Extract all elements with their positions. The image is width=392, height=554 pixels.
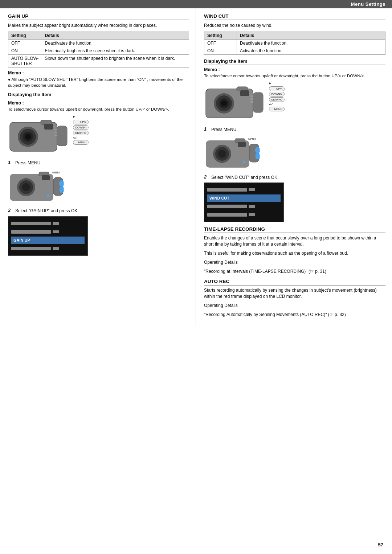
menu-bar xyxy=(207,188,247,192)
gain-up-desc: Makes the subject appear bright automati… xyxy=(8,22,189,29)
displaying-title-right: Displaying the Item xyxy=(204,58,385,65)
svg-rect-32 xyxy=(250,95,253,97)
displaying-item-section-right: Displaying the Item Memo : To select/mov… xyxy=(204,58,385,222)
table-cell-setting: ON xyxy=(204,47,237,54)
menu-row xyxy=(207,203,281,210)
menu-bar xyxy=(11,222,51,225)
svg-point-45 xyxy=(243,161,245,163)
menu-highlight-label-wind: WIND CUT xyxy=(209,196,229,200)
page-number: 57 xyxy=(378,542,383,547)
table-cell-setting: OFF xyxy=(8,39,42,47)
svg-point-15 xyxy=(22,183,30,191)
wind-cut-table: Setting Details OFF Deactivates the func… xyxy=(204,32,385,55)
down-button-label-r: DOWN/> xyxy=(269,92,285,97)
camera-hand-svg-right: MENU xyxy=(204,135,262,171)
step-1-left: 1 Press MENU. xyxy=(8,160,189,166)
ok-button-label: OK/INFO xyxy=(73,131,89,135)
menu-bar xyxy=(207,205,247,208)
svg-rect-9 xyxy=(54,129,57,130)
menu-bar-small xyxy=(249,213,255,216)
svg-rect-33 xyxy=(250,98,253,100)
time-lapse-title: TIME-LAPSE RECORDING xyxy=(204,226,385,233)
menu-bar xyxy=(11,230,51,234)
displaying-item-section-left: Displaying the Item Memo : To select/mov… xyxy=(8,92,189,256)
camera-hand-right: MENU xyxy=(204,135,385,171)
svg-point-38 xyxy=(218,150,226,158)
step-2-left: 2 Select "GAIN UP" and press OK. xyxy=(8,208,189,214)
camera-svg-left xyxy=(8,115,72,157)
svg-point-28 xyxy=(221,100,227,106)
page-wrapper: Menu Settings GAIN UP Makes the subject … xyxy=(0,0,392,554)
menu-screen-left: GAIN UP xyxy=(8,216,88,256)
svg-rect-30 xyxy=(240,90,249,96)
time-lapse-desc2: This is useful for making observations s… xyxy=(204,250,385,257)
menu-bar-small xyxy=(249,188,255,191)
menu-row xyxy=(11,228,85,235)
menu-button-label: MENU xyxy=(73,140,89,145)
svg-point-43 xyxy=(255,147,260,153)
svg-rect-40 xyxy=(238,142,246,147)
time-lapse-desc4: "Recording at Intervals (TIME-LAPSE RECO… xyxy=(204,268,385,275)
time-lapse-section: TIME-LAPSE RECORDING Enables the changes… xyxy=(204,226,385,274)
gain-up-section: GAIN UP Makes the subject appear bright … xyxy=(8,13,189,88)
menu-highlight-label: GAIN UP xyxy=(13,238,30,242)
camera-hand-svg-left: MENU xyxy=(8,168,66,205)
menu-bar xyxy=(207,213,247,217)
up-button-label: UP/< xyxy=(73,120,89,124)
svg-rect-21 xyxy=(60,187,64,193)
step-1-right: 1 Press MENU. xyxy=(204,126,385,133)
menu-row xyxy=(207,186,281,193)
camera-svg-right xyxy=(204,82,268,123)
auto-rec-section: AUTO REC Starts recording automatically … xyxy=(204,279,385,317)
step-1-text-left: Press MENU. xyxy=(15,160,42,166)
right-column: WIND CUT Reduces the noise caused by win… xyxy=(196,8,392,326)
memo-sub-left: Memo : xyxy=(8,100,189,106)
menu-bar-small xyxy=(53,222,59,225)
memo-text-right: To select/move cursor towards up/left or… xyxy=(204,73,385,79)
menu-row-highlight: GAIN UP xyxy=(11,237,85,244)
step-2-text-right: Select "WIND CUT" and press OK. xyxy=(211,174,278,181)
menu-row xyxy=(11,220,85,227)
step-2-text-left: Select "GAIN UP" and press OK. xyxy=(15,208,79,214)
table-cell-details: Deactivates the function. xyxy=(42,39,189,47)
svg-point-5 xyxy=(25,134,31,140)
table-row: ON Activates the function. xyxy=(204,47,385,54)
table-row: OFF Deactivates the function. xyxy=(8,39,189,47)
table-row: ON Electrically brightens the scene when… xyxy=(8,47,189,54)
camera-side-buttons-right: ▶ UP/< DOWN/> OK/INFO AV MENU xyxy=(269,82,285,111)
svg-rect-17 xyxy=(42,175,50,180)
svg-rect-31 xyxy=(253,93,263,112)
svg-text:MENU: MENU xyxy=(248,138,256,140)
table-row: AUTO SLOW-SHUTTER Slows down the shutter… xyxy=(8,54,189,67)
displaying-title-left: Displaying the Item xyxy=(8,92,189,98)
wind-cut-title: WIND CUT xyxy=(204,13,385,20)
svg-rect-7 xyxy=(44,124,53,130)
memo-title: Memo : xyxy=(8,70,189,75)
table-cell-setting: AUTO SLOW-SHUTTER xyxy=(8,54,42,67)
table-cell-details: Slows down the shutter speed to brighten… xyxy=(42,54,189,67)
menu-bar-small xyxy=(53,247,59,250)
time-lapse-desc3: Operating Details xyxy=(204,259,385,266)
wind-cut-desc: Reduces the noise caused by wind. xyxy=(204,22,385,29)
wind-cut-section: WIND CUT Reduces the noise caused by win… xyxy=(204,13,385,55)
svg-rect-44 xyxy=(256,153,260,159)
menu-bar xyxy=(11,247,51,250)
memo-sub-right: Memo : xyxy=(204,67,385,72)
page-header: Menu Settings xyxy=(0,0,392,8)
step-1-text-right: Press MENU. xyxy=(211,126,238,133)
table-cell-details: Electrically brightens the scene when it… xyxy=(42,47,189,54)
gain-up-table: Setting Details OFF Deactivates the func… xyxy=(8,32,189,67)
camera-illustration-left: ▶ UP/< DOWN/> OK/INFO AV MENU xyxy=(8,115,189,157)
table-row: OFF Deactivates the function. xyxy=(204,39,385,47)
svg-rect-11 xyxy=(54,135,57,136)
time-lapse-desc1: Enables the changes of a scene that occu… xyxy=(204,235,385,247)
menu-screen-right: WIND CUT xyxy=(204,182,284,222)
up-button-label-r: UP/< xyxy=(269,86,285,91)
down-button-label: DOWN/> xyxy=(73,125,89,130)
memo-text: Although "AUTO SLOW-SHUTTER" brightens t… xyxy=(8,77,189,88)
camera-illustration-right: ▶ UP/< DOWN/> OK/INFO AV MENU xyxy=(204,82,385,123)
auto-rec-desc2: Operating Details xyxy=(204,303,385,309)
svg-rect-10 xyxy=(54,132,57,133)
menu-bar-small xyxy=(53,230,59,233)
table-header-setting: Setting xyxy=(8,32,42,39)
